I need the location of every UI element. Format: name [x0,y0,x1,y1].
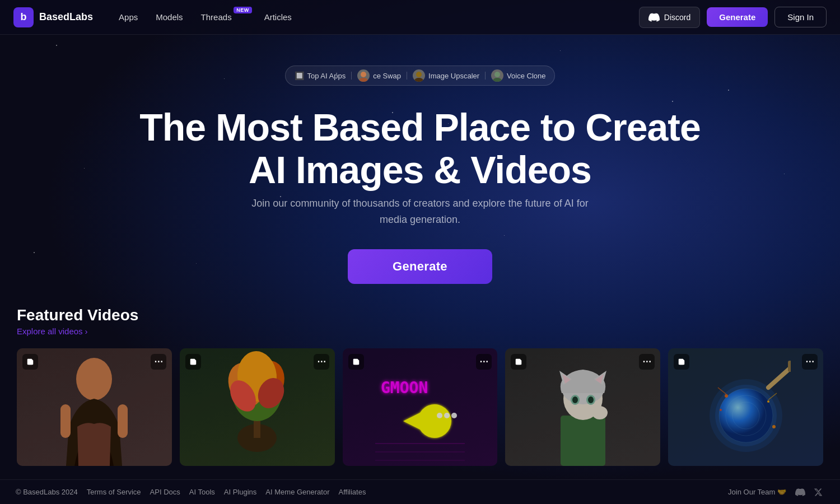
footer-social [794,486,824,498]
svg-point-2 [416,72,422,77]
footer-link-meme[interactable]: AI Meme Generator [265,488,329,496]
discord-social-icon[interactable] [794,486,806,498]
hero-section: 🔲 Top AI Apps ce Swap Image Upscaler [0,35,840,284]
nav-links: Apps Models Threads NEW Articles [111,8,639,26]
card-menu-btn-5[interactable]: ⋯ [802,354,818,370]
nav-item-models[interactable]: Models [148,8,190,26]
pill-label: Top AI Apps [307,72,346,80]
pill-divider-3 [485,72,486,80]
navbar: b BasedLabs Apps Models Threads NEW Arti… [0,0,840,35]
image-upscaler-avatar [413,69,425,82]
generate-nav-button[interactable]: Generate [707,7,768,27]
pill-divider-2 [407,72,407,80]
svg-point-3 [414,78,423,82]
card-save-btn-5[interactable] [674,354,689,370]
x-social-icon[interactable] [812,486,824,498]
card-top-5: ⋯ [674,354,818,370]
logo-icon: b [13,7,34,27]
video-card-1[interactable]: ⋯ [17,348,172,466]
card-menu-btn-3[interactable]: ⋯ [476,354,492,370]
discord-icon [648,12,660,23]
footer-link-tools[interactable]: AI Tools [189,488,215,496]
brand-logo[interactable]: b BasedLabs [13,7,93,27]
card-top-4: ⋯ [511,354,655,370]
pill-image-upscaler: Image Upscaler [413,69,479,82]
signin-button[interactable]: Sign In [774,7,827,27]
nav-item-articles[interactable]: Articles [256,8,300,26]
svg-point-0 [361,72,366,77]
generate-hero-button[interactable]: Generate [348,249,492,284]
discord-button[interactable]: Discord [639,7,700,28]
svg-point-4 [494,72,500,77]
explore-link[interactable]: Explore all videos › [17,326,823,336]
face-swap-avatar [357,69,370,82]
pill-voice-clone: Voice Clone [491,69,545,82]
brand-name: BasedLabs [39,11,93,23]
card-menu-btn-1[interactable]: ⋯ [151,354,166,370]
footer-right: Join Our Team 🤝 [728,486,824,498]
footer-link-tos[interactable]: Terms of Service [87,488,141,496]
video-card-5[interactable]: ⋯ [668,348,823,466]
card-menu-btn-2[interactable]: ⋯ [314,354,329,370]
video-card-4[interactable]: ⋯ [505,348,660,466]
footer-copyright: © BasedLabs 2024 [16,488,78,496]
hero-title: The Most Based Place to Create AI Images… [139,106,701,191]
nav-right: Discord Generate Sign In [639,7,827,28]
footer-link-affiliates[interactable]: Affiliates [339,488,366,496]
footer: © BasedLabs 2024 Terms of Service API Do… [0,479,840,504]
footer-left: © BasedLabs 2024 Terms of Service API Do… [16,488,366,496]
card-save-btn-3[interactable] [348,354,364,370]
svg-point-5 [493,78,502,82]
card-top-2: ⋯ [185,354,329,370]
pill-face-swap: ce Swap [357,69,401,82]
video-grid: ⋯ ⋯ [17,348,823,466]
svg-point-1 [359,78,368,82]
card-top-3: ⋯ [348,354,492,370]
threads-new-badge: NEW [234,7,252,13]
footer-link-api[interactable]: API Docs [150,488,180,496]
featured-header: Featured Videos Explore all videos › [17,306,823,336]
video-card-3[interactable]: GMOON [343,348,498,466]
nav-item-apps[interactable]: Apps [111,8,146,26]
card-save-btn-4[interactable] [511,354,526,370]
card-top-1: ⋯ [22,354,166,370]
top-pill: 🔲 Top AI Apps ce Swap Image Upscaler [285,66,556,86]
hero-subtitle: Join our community of thousands of creat… [246,195,594,228]
card-menu-btn-4[interactable]: ⋯ [639,354,655,370]
featured-title: Featured Videos [17,306,823,324]
explore-chevron: › [85,326,88,336]
footer-link-plugins[interactable]: AI Plugins [224,488,257,496]
card-save-btn-2[interactable] [185,354,201,370]
pill-divider [351,72,352,80]
card-save-btn-1[interactable] [22,354,38,370]
voice-clone-avatar [491,69,503,82]
video-card-2[interactable]: ⋯ [180,348,335,466]
nav-item-threads[interactable]: Threads NEW [193,8,254,26]
pill-icon: 🔲 [295,71,304,80]
featured-section: Featured Videos Explore all videos › [0,284,840,466]
footer-join-team[interactable]: Join Our Team 🤝 [728,488,786,496]
